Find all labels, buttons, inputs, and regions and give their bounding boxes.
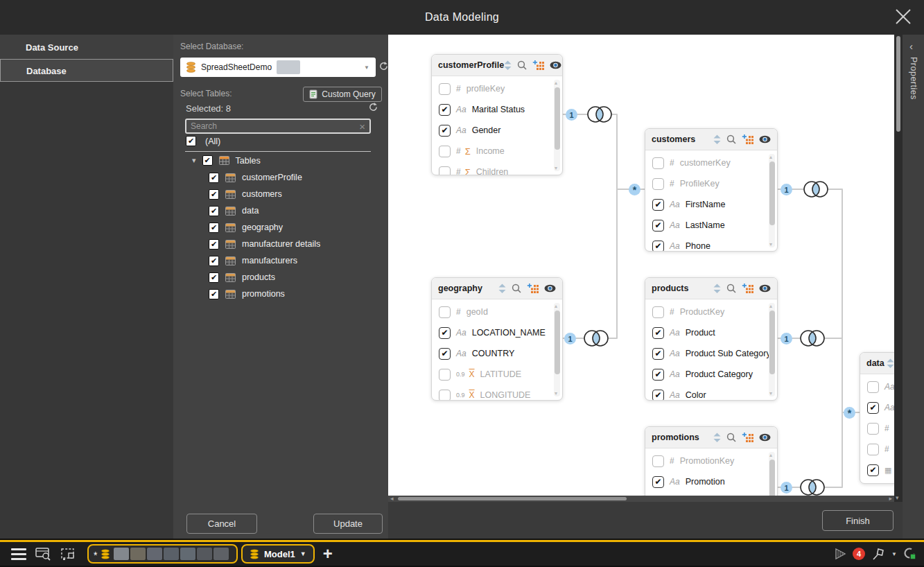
scroll-up-icon[interactable]: ▴: [555, 303, 557, 309]
scroll-right-icon[interactable]: ▸: [889, 496, 892, 502]
canvas-horizontal-scrollbar[interactable]: ◂ ▸: [388, 496, 894, 502]
scrollbar-thumb[interactable]: [398, 497, 627, 500]
table-checkbox[interactable]: [209, 256, 219, 266]
field-row[interactable]: 0.9X LATITUDE: [432, 364, 562, 385]
add-column-icon[interactable]: [527, 284, 539, 294]
search-icon[interactable]: [726, 433, 736, 442]
field-checkbox[interactable]: [439, 166, 451, 175]
table-checkbox[interactable]: [209, 189, 219, 200]
scroll-down-icon[interactable]: ▾: [769, 390, 772, 396]
card-scrollbar[interactable]: ▴ ▾: [769, 154, 775, 247]
select-all-checkbox[interactable]: [186, 136, 196, 146]
field-checkbox[interactable]: [652, 369, 664, 381]
menu-icon[interactable]: [11, 548, 26, 560]
field-row[interactable]: #: [860, 418, 894, 439]
pin-icon[interactable]: [871, 548, 885, 561]
field-row[interactable]: Aa: [860, 397, 894, 418]
field-row[interactable]: # profileKey: [432, 78, 562, 99]
field-row[interactable]: # ProductKey: [645, 302, 777, 322]
field-row[interactable]: Aa Gender: [432, 120, 562, 141]
join-icon[interactable]: [588, 107, 611, 122]
field-checkbox[interactable]: [439, 327, 451, 339]
dashboard-tab[interactable]: *: [87, 544, 238, 564]
field-checkbox[interactable]: [652, 476, 664, 488]
field-checkbox[interactable]: [652, 220, 664, 232]
field-row[interactable]: #Σ Children: [432, 162, 562, 175]
field-row[interactable]: Aa Phone: [645, 236, 777, 251]
table-row[interactable]: geography: [209, 219, 320, 236]
card-scrollbar[interactable]: ▴ ▾: [554, 303, 560, 396]
canvas-vertical-scrollbar[interactable]: ▾: [894, 35, 903, 502]
table-checkbox[interactable]: [209, 206, 219, 216]
scrollbar-thumb[interactable]: [896, 36, 900, 132]
field-row[interactable]: # ProfileKey: [645, 173, 777, 194]
field-row[interactable]: Aa Product Category: [645, 364, 777, 385]
field-checkbox[interactable]: [652, 306, 664, 318]
tree-expand-icon[interactable]: ▾: [192, 156, 196, 165]
cancel-button[interactable]: Cancel: [186, 514, 257, 534]
clear-search-icon[interactable]: ×: [355, 121, 369, 132]
table-row[interactable]: promotions: [209, 286, 320, 302]
field-row[interactable]: 0.9X LONGITUDE: [432, 385, 562, 400]
field-checkbox[interactable]: [439, 369, 451, 381]
eye-icon[interactable]: [759, 284, 771, 293]
table-card[interactable]: geography # geoId Aa LOCATION_NAME Aa CO…: [431, 277, 563, 401]
field-checkbox[interactable]: [652, 199, 664, 211]
search-icon[interactable]: [517, 60, 527, 70]
table-row[interactable]: manufacturer details: [209, 236, 320, 252]
field-checkbox[interactable]: [867, 423, 879, 435]
notification-badge[interactable]: 4: [853, 548, 865, 560]
table-card[interactable]: promotions # PromotionKey Aa Promotion A…: [645, 426, 778, 496]
field-checkbox[interactable]: [867, 464, 879, 476]
field-checkbox[interactable]: [439, 104, 451, 116]
field-checkbox[interactable]: [439, 125, 451, 137]
nav-item-database[interactable]: Database: [0, 59, 173, 82]
field-row[interactable]: #Σ Income: [432, 141, 562, 162]
field-checkbox[interactable]: [439, 348, 451, 360]
field-checkbox[interactable]: [652, 157, 664, 169]
table-checkbox[interactable]: [209, 272, 219, 283]
field-checkbox[interactable]: [439, 306, 451, 318]
custom-query-button[interactable]: Custom Query: [303, 87, 382, 102]
scroll-down-icon[interactable]: ▾: [896, 495, 899, 501]
search-icon[interactable]: [726, 134, 736, 144]
add-column-icon[interactable]: [742, 284, 753, 294]
card-scrollbar[interactable]: ▴ ▾: [769, 303, 775, 396]
search-input[interactable]: [186, 121, 355, 131]
field-checkbox[interactable]: [439, 146, 451, 157]
refresh-database-button[interactable]: [378, 61, 389, 73]
sort-icon[interactable]: [713, 134, 721, 145]
database-select[interactable]: SpreadSheetDemo ▼: [180, 58, 376, 77]
model-canvas[interactable]: customerProfile # profileKey Aa Marital …: [388, 35, 894, 496]
card-scrollbar[interactable]: ▴ ▾: [769, 452, 775, 496]
join-icon[interactable]: [801, 331, 824, 346]
nav-item-data-source[interactable]: Data Source: [0, 36, 173, 59]
add-column-icon[interactable]: [742, 433, 753, 443]
field-checkbox[interactable]: [652, 348, 664, 360]
field-checkbox[interactable]: [652, 390, 664, 401]
publish-icon[interactable]: [835, 548, 846, 560]
scrollbar-thumb[interactable]: [769, 311, 775, 374]
field-row[interactable]: Aa Product: [645, 322, 777, 343]
table-card[interactable]: customerProfile # profileKey Aa Marital …: [431, 54, 563, 175]
table-checkbox[interactable]: [209, 239, 219, 250]
field-row[interactable]: Aa Product Sub Category: [645, 343, 777, 364]
scroll-down-icon[interactable]: ▾: [555, 165, 557, 171]
field-checkbox[interactable]: [439, 83, 451, 95]
sort-icon[interactable]: [504, 60, 512, 71]
sort-icon[interactable]: [713, 284, 721, 294]
table-row[interactable]: customerProfile: [209, 169, 320, 186]
field-row[interactable]: # geoId: [432, 302, 562, 322]
table-card[interactable]: products # ProductKey Aa Product Aa Prod…: [645, 277, 778, 401]
field-checkbox[interactable]: [652, 455, 664, 467]
sort-icon[interactable]: [713, 433, 721, 443]
table-row[interactable]: data: [209, 202, 320, 219]
finish-button[interactable]: Finish: [822, 510, 894, 531]
field-checkbox[interactable]: [652, 327, 664, 339]
field-row[interactable]: # customerKey: [645, 152, 777, 173]
table-checkbox[interactable]: [209, 223, 219, 233]
field-row[interactable]: Aa: [860, 376, 894, 397]
join-icon[interactable]: [584, 331, 608, 346]
field-row[interactable]: Aa Promotion: [645, 471, 777, 492]
field-row[interactable]: # PromotionKey: [645, 451, 777, 471]
